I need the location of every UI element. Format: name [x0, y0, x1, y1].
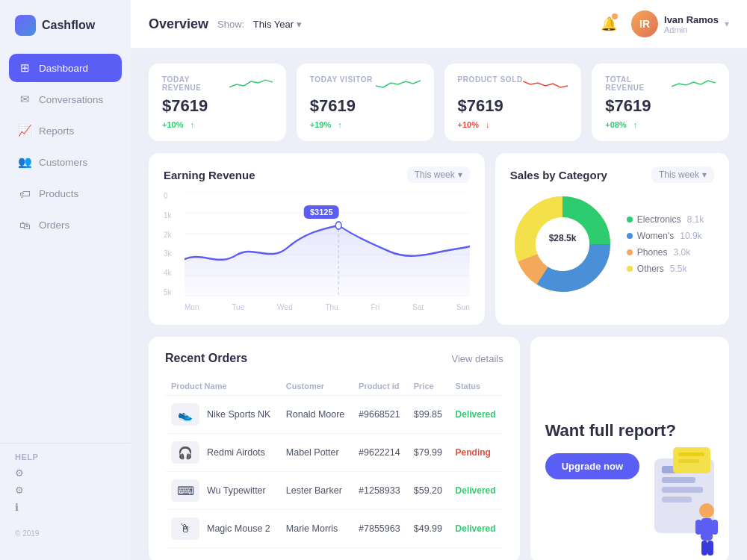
cell-status-2: Delivered [450, 472, 503, 510]
svg-rect-17 [662, 477, 695, 483]
product-name-2: Wu Typewitter [207, 485, 266, 496]
legend-value-womens: 10.9k [680, 231, 701, 241]
customers-icon: 👥 [18, 155, 31, 169]
legend-label-electronics: Electronics [637, 214, 681, 225]
cell-price-2: $59.20 [408, 472, 450, 510]
svg-rect-26 [712, 520, 718, 535]
mini-chart-visitor [376, 75, 421, 92]
legend-value-others: 5.5k [670, 264, 687, 274]
stat-label-today-visitor: TODAY VISITOR [310, 75, 373, 84]
svg-rect-27 [701, 541, 707, 556]
main: Overview Show: This Year ▾ 🔔 IR Ivan Ram… [131, 0, 747, 560]
cell-product-1: 🎧 Redmi Airdots [165, 434, 280, 472]
col-status: Status [450, 377, 503, 396]
status-badge-1: Pending [456, 446, 491, 459]
cell-product-2: ⌨ Wu Typewitter [165, 472, 280, 510]
stat-change-today-revenue: +10% ↑ [162, 120, 273, 129]
line-chart-svg [185, 192, 470, 296]
status-badge-2: Delivered [456, 484, 496, 497]
svg-rect-21 [678, 452, 704, 456]
settings2-icon-item[interactable]: ⚙ [15, 485, 116, 496]
cell-price-3: $49.99 [408, 510, 450, 548]
earning-chevron-icon: ▾ [458, 169, 462, 180]
notification-bell[interactable]: 🔔 [595, 10, 622, 37]
line-chart-area: 5k 4k 3k 2k 1k 0 [164, 192, 470, 311]
sales-chart-title: Sales by Category [510, 169, 607, 181]
donut-legend: Electronics 8.1k Women's 10.9k Phones [627, 214, 704, 274]
dashboard-icon: ⊞ [18, 61, 31, 75]
charts-row: Earning Revenue This week ▾ 5k 4k 3k 2k … [149, 153, 729, 325]
page-title: Overview [149, 16, 208, 32]
svg-rect-19 [662, 497, 692, 503]
col-product-id: Product id [353, 377, 408, 396]
stat-change-today-visitor: +19% ↑ [310, 120, 421, 129]
stat-value-total-revenue: $7619 [605, 96, 716, 116]
earning-week-filter[interactable]: This week ▾ [407, 167, 470, 183]
svg-rect-25 [695, 520, 701, 535]
product-name-0: Nike Sports NK [207, 409, 270, 420]
logo: Cashflow [0, 15, 131, 54]
stat-card-total-revenue: TOTAL REVENUE $7619 +08% ↑ [592, 63, 729, 141]
stat-label-total-revenue: TOTAL REVENUE [605, 75, 672, 92]
mini-chart-total [672, 75, 716, 92]
recent-orders-card: Recent Orders View details Product Name … [149, 337, 520, 560]
sidebar-item-conversations-label: Conversations [39, 94, 103, 105]
table-row: ⌨ Wu Typewitter Lester Barker #1258933 $… [165, 472, 503, 510]
sidebar-help: HELP ⚙ ⚙ ℹ [0, 443, 131, 522]
sidebar-item-customers[interactable]: 👥 Customers [9, 148, 122, 176]
products-icon: 🏷 [18, 187, 31, 200]
legend-dot-womens [627, 233, 633, 239]
nav: ⊞ Dashboard ✉ Conversations 📈 Reports 👥 … [0, 54, 131, 435]
settings-icon-item[interactable]: ⚙ [15, 467, 116, 479]
sidebar-item-products[interactable]: 🏷 Products [9, 179, 122, 208]
donut-chart-svg: $28.5k [510, 192, 615, 296]
sidebar-item-dashboard[interactable]: ⊞ Dashboard [9, 54, 122, 82]
copyright: © 2019 [0, 522, 131, 545]
sales-week-label: This week [659, 169, 699, 180]
content-area: TODAY REVENUE $7619 +10% ↑ TODAY VISITOR [131, 49, 747, 560]
product-thumb-2: ⌨ [171, 479, 199, 502]
product-name-1: Redmi Airdots [207, 447, 265, 458]
cell-customer-3: Marie Morris [280, 510, 353, 548]
user-role: Admin [664, 25, 719, 34]
sidebar-item-dashboard-label: Dashboard [39, 63, 88, 74]
view-details-link[interactable]: View details [452, 353, 503, 364]
upgrade-button[interactable]: Upgrade now [545, 453, 639, 479]
cell-customer-2: Lester Barker [280, 472, 353, 510]
sidebar-item-conversations[interactable]: ✉ Conversations [9, 85, 122, 113]
mini-chart-sold [523, 75, 568, 92]
chart-inner: $3125 [185, 192, 470, 296]
legend-label-others: Others [637, 264, 664, 274]
mini-chart-revenue [229, 75, 273, 92]
year-filter[interactable]: Show: This Year ▾ [217, 19, 302, 30]
stat-label-product-sold: PRODUCT SOLD [458, 75, 523, 84]
topbar: Overview Show: This Year ▾ 🔔 IR Ivan Ram… [131, 0, 747, 49]
svg-point-6 [335, 222, 341, 229]
logo-text: Cashflow [42, 19, 95, 32]
legend-womens: Women's 10.9k [627, 231, 704, 241]
stat-change-product-sold: +10% ↓ [458, 120, 568, 129]
col-customer: Customer [280, 377, 353, 396]
earning-week-label: This week [415, 169, 455, 180]
conversations-icon: ✉ [18, 93, 31, 106]
cell-pid-1: #9622214 [353, 434, 408, 472]
stat-card-today-visitor: TODAY VISITOR $7619 +19% ↑ [297, 63, 434, 141]
sales-week-filter[interactable]: This week ▾ [651, 167, 714, 183]
sidebar-item-reports[interactable]: 📈 Reports [9, 116, 122, 145]
orders-title: Recent Orders [165, 352, 247, 365]
cell-product-0: 👟 Nike Sports NK [165, 396, 280, 434]
cell-status-1: Pending [450, 434, 503, 472]
sidebar-item-orders[interactable]: 🛍 Orders [9, 211, 122, 239]
cell-price-0: $99.85 [408, 396, 450, 434]
user-area[interactable]: IR Ivan Ramos Admin ▾ [631, 10, 729, 37]
col-product-name: Product Name [165, 377, 280, 396]
info-icon-item[interactable]: ℹ [15, 502, 116, 513]
cell-customer-0: Ronald Moore [280, 396, 353, 434]
table-row: 👟 Nike Sports NK Ronald Moore #9668521 $… [165, 396, 503, 434]
status-badge-3: Delivered [456, 522, 496, 535]
stat-card-today-revenue: TODAY REVENUE $7619 +10% ↑ [149, 63, 286, 141]
stat-value-today-visitor: $7619 [310, 96, 421, 116]
earning-chart-title: Earning Revenue [164, 169, 255, 181]
legend-label-womens: Women's [637, 231, 674, 241]
status-badge-0: Delivered [456, 408, 496, 421]
